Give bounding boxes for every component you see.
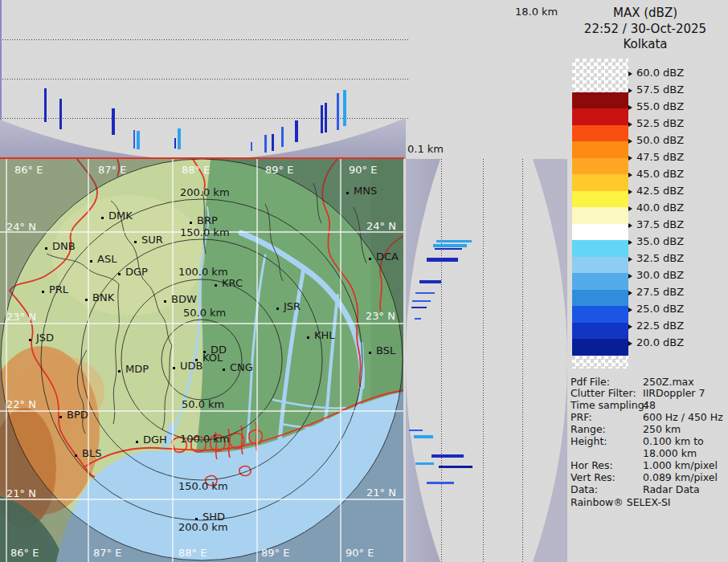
map-geography-svg [0, 159, 403, 562]
info-label: Pdf File: [571, 376, 610, 388]
info-label: PRF: [571, 411, 592, 423]
info-row: Height:0.100 km to [571, 436, 726, 447]
software-footer: Rainbow® SELEX-SI [571, 497, 726, 508]
info-row: Vert Res:0.089 km/pixel [571, 472, 726, 483]
info-label: Clutter Filter: [571, 387, 636, 399]
right-panel-gridline [441, 159, 443, 562]
info-row: PRF:600 Hz / 450 Hz [571, 412, 726, 423]
top-height-profile-panel [0, 0, 406, 159]
info-row: Clutter Filter:IIRDoppler 7 [571, 388, 726, 399]
right-panel-blind-zone [406, 159, 567, 562]
info-label: Range: [571, 423, 606, 435]
info-label: Time sampling: [571, 399, 648, 411]
info-value: 0.089 km/pixel [643, 472, 718, 483]
right-panel-gridline [483, 159, 485, 562]
info-value: 18.000 km [643, 448, 697, 459]
info-value: 250 km [643, 424, 681, 435]
info-row: 18.000 km [571, 448, 726, 459]
info-value: IIRDoppler 7 [643, 388, 705, 399]
info-value: 250Z.max [643, 377, 694, 388]
info-label: Hor Res: [571, 459, 613, 471]
radar-map-panel: 86° E87° E88° E89° E90° E86° E87° E88° E… [0, 159, 403, 562]
info-label: Height: [571, 435, 607, 447]
height-axis-max-label: 18.0 km [515, 6, 558, 17]
info-value: 48 [643, 400, 656, 411]
info-value: 0.100 km to [643, 436, 704, 447]
legend-panel: MAX (dBZ) 22:52 / 30-Oct-2025 Kolkata 60… [562, 0, 728, 562]
info-label: Data: [571, 483, 598, 495]
info-row: Pdf File:250Z.max [571, 377, 726, 388]
info-value: Radar Data [643, 484, 700, 495]
height-axis-min-label: 0.1 km [407, 144, 444, 154]
info-row: Time sampling:48 [571, 400, 726, 411]
top-panel-blind-zone [0, 0, 406, 159]
info-value: 600 Hz / 450 Hz [643, 412, 723, 423]
info-row: Data:Radar Data [571, 484, 726, 495]
info-value: 1.000 km/pixel [643, 460, 718, 471]
product-info-block: Pdf File:250Z.maxClutter Filter:IIRDoppl… [562, 0, 728, 562]
info-row: Range:250 km [571, 424, 726, 435]
right-height-profile-panel [406, 159, 567, 562]
right-panel-gridline [522, 159, 524, 562]
info-row: Hor Res:1.000 km/pixel [571, 460, 726, 471]
info-label: Vert Res: [571, 471, 616, 483]
